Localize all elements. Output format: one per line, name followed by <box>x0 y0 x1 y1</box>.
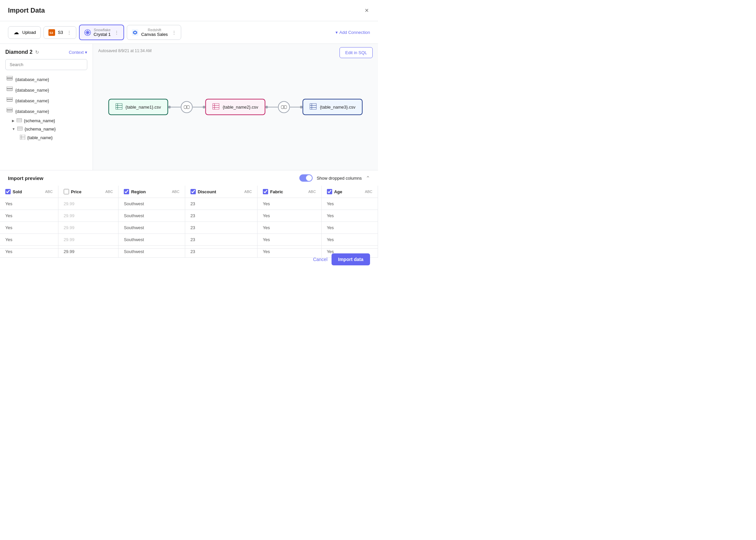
col-checkbox-discount[interactable] <box>190 189 196 194</box>
cell-r1-c4: Yes <box>257 210 321 222</box>
node1-label: {table_name1}.csv <box>126 105 161 110</box>
svg-rect-29 <box>116 104 122 110</box>
cell-r2-c3: 23 <box>185 222 257 234</box>
svg-rect-19 <box>17 119 22 122</box>
modal-header: Import Data × <box>0 0 378 21</box>
connector-dot-1 <box>168 106 171 108</box>
conn-tab-snowflake[interactable]: Snowflake Crystal 1 ⋮ <box>79 25 124 40</box>
cell-r0-c3: 23 <box>185 198 257 210</box>
show-dropped-toggle[interactable] <box>299 174 313 182</box>
join-circle-2[interactable] <box>278 101 290 113</box>
modal-footer: Cancel Import data <box>0 248 378 270</box>
redshift-icon <box>132 29 138 36</box>
cell-r3-c3: 23 <box>185 234 257 246</box>
col-checkbox-age[interactable] <box>327 189 332 194</box>
context-chevron-icon: ▾ <box>85 50 87 55</box>
main-content: Diamond 2 ↻ Context ▾ {database_name} {d… <box>0 44 378 170</box>
add-connection-label: Add Connection <box>339 30 370 35</box>
preview-section: Import preview Show dropped columns ⌃ So… <box>0 170 378 258</box>
cell-r3-c4: Yes <box>257 234 321 246</box>
database-icon-2 <box>7 87 13 93</box>
schema-icon-1 <box>17 118 22 123</box>
cell-r2-c1: 29.99 <box>58 222 119 234</box>
node2-icon <box>213 104 219 111</box>
svg-text:S3: S3 <box>50 31 53 35</box>
schema-item-collapsed[interactable]: ▶ {schema_name} <box>5 117 87 125</box>
conn-tab-s3[interactable]: S3 S3 ⋮ <box>44 26 76 39</box>
cell-r2-c5: Yes <box>321 222 378 234</box>
svg-rect-41 <box>310 104 317 110</box>
db-item-1[interactable]: {database_name} <box>5 74 87 85</box>
db-item-2[interactable]: {database_name} <box>5 85 87 95</box>
schema-item-expanded[interactable]: ▼ {schema_name} <box>5 125 87 133</box>
connection-bar: ☁ Upload S3 S3 ⋮ Snowflak <box>0 21 378 44</box>
table-row-2: Yes29.99Southwest23YesYes <box>0 210 378 222</box>
db-name-2: {database_name} <box>15 88 49 93</box>
add-connection-button[interactable]: ▾ Add Connection <box>336 30 370 35</box>
redshift-more-icon[interactable]: ⋮ <box>172 30 176 35</box>
redshift-main-label: Canvas Sales <box>141 32 167 37</box>
col-checkbox-price[interactable] <box>64 189 69 194</box>
upload-icon: ☁ <box>13 29 20 36</box>
cell-r0-c4: Yes <box>257 198 321 210</box>
svg-rect-18 <box>7 110 13 112</box>
database-icon-3 <box>7 97 13 104</box>
col-header-price: Price <box>71 189 82 194</box>
cancel-button[interactable]: Cancel <box>313 257 328 262</box>
col-checkbox-region[interactable] <box>124 189 129 194</box>
col-header-discount: Discount <box>198 189 216 194</box>
connector-line-1a <box>171 107 181 107</box>
import-data-button[interactable]: Import data <box>332 253 370 265</box>
svg-rect-13 <box>7 87 13 89</box>
conn-tab-redshift[interactable]: Redshift Canvas Sales ⋮ <box>127 25 181 40</box>
edit-sql-button[interactable]: Edit in SQL <box>340 47 373 58</box>
svg-rect-14 <box>7 88 13 91</box>
refresh-icon[interactable]: ↻ <box>35 50 39 55</box>
cell-r2-c4: Yes <box>257 222 321 234</box>
node3-label: {table_name3}.csv <box>320 105 356 110</box>
col-header-sold: Sold <box>13 189 22 194</box>
table-row-4: Yes29.99Southwest23YesYes <box>0 234 378 246</box>
cell-r0-c2: Southwest <box>119 198 185 210</box>
svg-rect-22 <box>17 127 23 130</box>
preview-controls: Show dropped columns ⌃ <box>299 174 370 182</box>
flow-node-2[interactable]: {table_name2}.csv <box>205 99 266 115</box>
schema-icon-2 <box>17 127 23 132</box>
collapse-preview-button[interactable]: ⌃ <box>366 175 370 181</box>
sidebar: Diamond 2 ↻ Context ▾ {database_name} {d… <box>0 44 93 170</box>
database-icon-1 <box>7 76 13 83</box>
autosave-label: Autosaved 8/9/21 at 11:34 AM <box>98 49 152 53</box>
snowflake-main-label: Crystal 1 <box>94 32 111 37</box>
snowflake-more-icon[interactable]: ⋮ <box>115 30 119 35</box>
join-circle-1[interactable] <box>181 101 193 113</box>
svg-rect-15 <box>7 97 13 100</box>
table-item-1[interactable]: {table_name} <box>5 133 87 142</box>
s3-label: S3 <box>58 30 63 35</box>
flow-node-1[interactable]: {table_name1}.csv <box>108 99 168 115</box>
svg-rect-35 <box>213 104 219 110</box>
cell-r3-c0: Yes <box>0 234 58 246</box>
conn-tab-upload[interactable]: ☁ Upload <box>8 26 41 39</box>
table-row-3: Yes29.99Southwest23YesYes <box>0 222 378 234</box>
cell-r3-c5: Yes <box>321 234 378 246</box>
cell-r1-c3: 23 <box>185 210 257 222</box>
db-item-4[interactable]: {database_name} <box>5 106 87 117</box>
context-button[interactable]: Context ▾ <box>69 50 87 55</box>
connector-dot-4 <box>300 106 303 108</box>
close-button[interactable]: × <box>364 5 370 16</box>
node2-label: {table_name2}.csv <box>223 105 258 110</box>
table-icon <box>20 135 25 140</box>
cell-r1-c1: 29.99 <box>58 210 119 222</box>
search-input[interactable] <box>5 59 87 70</box>
th-age: Age ABC <box>321 186 378 198</box>
col-header-region: Region <box>131 189 146 194</box>
database-icon-4 <box>7 108 13 115</box>
col-checkbox-fabric[interactable] <box>263 189 268 194</box>
s3-more-icon[interactable]: ⋮ <box>67 30 71 35</box>
cell-r1-c0: Yes <box>0 210 58 222</box>
cell-r0-c5: Yes <box>321 198 378 210</box>
cell-r3-c1: 29.99 <box>58 234 119 246</box>
flow-node-3[interactable]: {table_name3}.csv <box>303 99 363 115</box>
col-checkbox-sold[interactable] <box>5 189 11 194</box>
db-item-3[interactable]: {database_name} <box>5 95 87 106</box>
